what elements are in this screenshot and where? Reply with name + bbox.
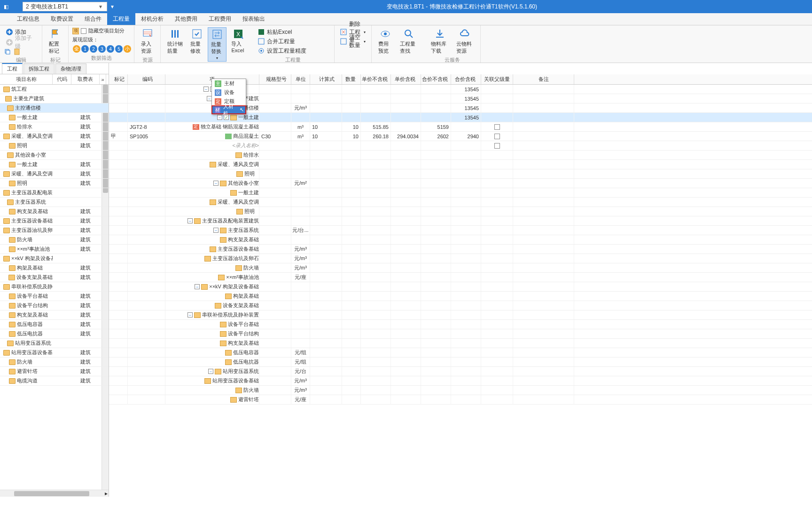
grid-row[interactable]: − 主变压器及配电装置建筑 <box>109 216 812 226</box>
fee-preview-button[interactable]: 费用预览 <box>375 27 395 56</box>
level-2[interactable]: 2 <box>90 45 97 53</box>
relation-checkbox[interactable] <box>494 124 500 130</box>
clear-qty-button[interactable]: 清空数量▾ <box>338 37 367 46</box>
col-mark[interactable]: 标记 <box>109 74 128 84</box>
grid-row[interactable]: − 其他设备小室 元/m² <box>109 179 812 188</box>
relation-checkbox[interactable] <box>494 143 500 149</box>
dtab-demo[interactable]: 拆除工程 <box>23 64 55 74</box>
col-fee-table[interactable]: 取费表 <box>71 74 100 84</box>
tab-project-info[interactable]: 工程信息 <box>11 13 45 25</box>
expand-icon[interactable]: − <box>187 312 193 318</box>
col-unit[interactable]: 单位 <box>291 74 310 84</box>
col-qty[interactable]: 数量 <box>342 74 361 84</box>
tree-row[interactable]: 一般土建建筑 <box>0 113 109 122</box>
tree-row[interactable]: 主变压器系统 <box>0 198 109 207</box>
tree-row[interactable]: 给排水建筑 <box>0 122 109 132</box>
grid-row[interactable]: 避雷针塔 元/座 <box>109 395 812 405</box>
tree-row[interactable]: 防火墙建筑 <box>0 235 109 245</box>
tree-row[interactable]: 站用变压器设备基础建筑 <box>0 348 109 357</box>
grid-row[interactable]: ××m³事故油池 元/座 <box>109 273 812 282</box>
tree-row[interactable]: 电缆沟道建筑 <box>0 376 109 386</box>
tree-row[interactable]: 其他设备小室 <box>0 151 109 160</box>
grid-row[interactable]: 低压电容器 元/组 <box>109 348 812 357</box>
grid-row[interactable]: 给排水 <box>109 151 812 160</box>
tab-project-fee[interactable]: 工程费用 <box>203 13 237 25</box>
grid-row[interactable]: 构支架及基础 <box>109 339 812 348</box>
level-1[interactable]: 1 <box>81 45 89 53</box>
grid-row[interactable]: 防火墙 元/m³ <box>109 263 812 273</box>
tab-report[interactable]: 报表输出 <box>237 13 271 25</box>
tab-quantity[interactable]: 工程量 <box>107 13 135 25</box>
dtab-clean[interactable]: 杂物清理 <box>55 64 86 74</box>
menu-start[interactable] <box>0 13 11 25</box>
col-encode[interactable]: 编码 <box>128 74 165 84</box>
col-price-tax[interactable]: 单价含税 <box>391 74 421 84</box>
level-5[interactable]: 5 <box>115 45 123 53</box>
tree-row[interactable]: 设备平台结构建筑 <box>0 301 109 310</box>
copy-icon[interactable] <box>4 48 11 56</box>
tree-row[interactable]: 照明建筑 <box>0 141 109 151</box>
input-resource-button[interactable]: 录入资源 <box>138 27 156 56</box>
download-lib-button[interactable]: 物料库下载 <box>428 27 452 56</box>
grid-row[interactable]: 照明 <box>109 207 812 216</box>
tree-row[interactable]: 低压电容器建筑 <box>0 320 109 329</box>
tree-row[interactable]: 主变压器油坑及卵石建筑 <box>0 226 109 235</box>
tree-row[interactable]: 设备支架及基础建筑 <box>0 273 109 282</box>
precision-button[interactable]: 设置工程量精度 <box>256 46 308 56</box>
tree-row[interactable]: 串联补偿系统及静补... <box>0 282 109 292</box>
grid-row[interactable]: 甲 SP1005 商品混凝土 C30 m³ 10 10 260.18 294.0… <box>109 132 812 141</box>
grid-row[interactable]: − 一般土建 13545 <box>109 113 812 122</box>
grid-row[interactable]: − 站用变压器系统 元/台 <box>109 367 812 376</box>
dtab-project[interactable]: 工程 <box>2 63 23 74</box>
col-code[interactable]: 代码 <box>53 74 71 84</box>
tree-row[interactable]: 主要生产建筑 <box>0 94 109 103</box>
document-selector[interactable]: 2 变电技改1.BT1 ▾ <box>23 2 107 11</box>
dropdown-item-3[interactable]: 材人材机↖ <box>211 105 246 114</box>
level-small[interactable]: 小 <box>124 45 131 53</box>
grid-row[interactable]: 低压电抗器 元/组 <box>109 357 812 367</box>
tab-material[interactable]: 材机分析 <box>135 13 169 25</box>
grid-row[interactable]: JGT2-8 定 独立基础 钢筋混凝土基础 m³ 10 10 515.85 51… <box>109 122 812 132</box>
grid-row[interactable]: − ××kV 构架及设备基础 <box>109 282 812 292</box>
tree-row[interactable]: ××m³事故油池建筑 <box>0 245 109 254</box>
grid-row[interactable]: − 主变压器系统 元/台... <box>109 226 812 235</box>
stat-steel-button[interactable]: 统计钢筋量 <box>164 27 186 56</box>
col-note[interactable]: 备注 <box>513 74 574 84</box>
batch-replace-button[interactable]: 批量替换▾ <box>208 27 227 62</box>
grid-row[interactable]: 设备平台基础 <box>109 320 812 329</box>
paste-icon[interactable] <box>13 48 21 56</box>
tree-row[interactable]: 主控通信楼 <box>0 103 109 113</box>
grid-row[interactable]: 主变压器油坑及卵石 元/m³ <box>109 254 812 263</box>
import-excel-button[interactable]: X导入Excel <box>228 27 248 54</box>
left-scrollbar-h[interactable]: ▸ <box>0 490 109 497</box>
dropdown-icon[interactable]: ▾ <box>109 3 116 10</box>
tree-row[interactable]: ××kV 构架及设备基... <box>0 254 109 263</box>
tree-row[interactable]: 一般土建建筑 <box>0 160 109 169</box>
grid-row[interactable]: 构支架及基础 <box>109 235 812 245</box>
dropdown-item-1[interactable]: 设设备 <box>212 88 246 97</box>
tree-row[interactable]: 设备平台基础建筑 <box>0 292 109 301</box>
expand-icon[interactable]: − <box>195 284 200 289</box>
grid-row[interactable]: 采暖、通风及空调 <box>109 198 812 207</box>
grid-row[interactable]: 站用变压器设备基础 元/m³ <box>109 376 812 386</box>
level-all[interactable]: 全 <box>73 45 80 53</box>
col-relation[interactable]: 关联父级量 <box>481 74 513 84</box>
col-spec[interactable]: 规格型号 <box>259 74 291 84</box>
col-project-name[interactable]: 项目名称 <box>0 74 53 84</box>
tab-combine[interactable]: 组合件 <box>79 13 107 25</box>
expand-icon[interactable]: − <box>217 115 222 120</box>
tree-row[interactable]: 避雷针塔建筑 <box>0 367 109 376</box>
grid-row[interactable]: <录入名称> <box>109 141 812 151</box>
tab-fee-config[interactable]: 取费设置 <box>45 13 79 25</box>
level-3[interactable]: 3 <box>98 45 106 53</box>
tab-other-fee[interactable]: 其他费用 <box>169 13 203 25</box>
grid-row[interactable]: 构架及基础 <box>109 292 812 301</box>
config-mark-button[interactable]: 配置标记 <box>46 27 64 56</box>
add-child-button[interactable]: 添加子级 <box>4 38 38 47</box>
hide-empty-checkbox[interactable]: 项隐藏空项目划分 <box>72 27 125 34</box>
batch-modify-button[interactable]: 批量修改 <box>187 27 206 56</box>
dropdown-item-0[interactable]: 主主材 <box>212 79 246 88</box>
tree-row[interactable]: 构支架及基础建筑 <box>0 310 109 320</box>
col-more[interactable]: » <box>100 74 106 84</box>
expand-icon[interactable]: − <box>213 228 219 233</box>
